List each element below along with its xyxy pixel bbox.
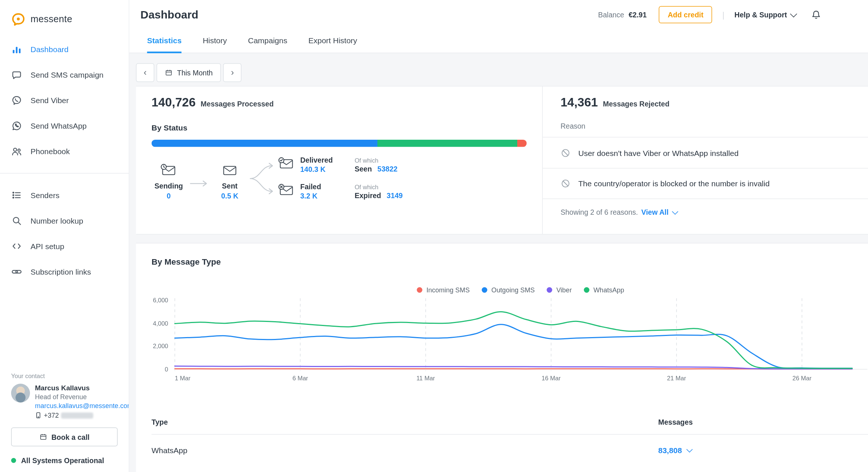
main-area: Dashboard Balance €2.91 Add credit | Hel… — [129, 0, 868, 472]
tab-campaigns[interactable]: Campaigns — [248, 29, 287, 53]
sidebar-item-number-lookup[interactable]: Number lookup — [0, 208, 129, 234]
rejected-label: Messages Rejected — [603, 100, 669, 108]
sidebar-item-send-sms-campaign[interactable]: Send SMS campaign — [0, 62, 129, 88]
reason-row: User doesn't have Viber or WhatsApp inst… — [543, 137, 868, 168]
sidebar-item-phonebook[interactable]: Phonebook — [0, 139, 129, 164]
brand-logo[interactable]: messente — [0, 0, 129, 37]
whatsapp-icon — [11, 120, 22, 132]
topbar: Dashboard Balance €2.91 Add credit | Hel… — [129, 0, 868, 29]
view-all-reasons-link[interactable]: View All — [641, 208, 676, 217]
chevron-down-icon — [790, 10, 797, 17]
sidebar-nav-primary: Dashboard Send SMS campaign Send Viber — [0, 37, 129, 164]
status-bar-segment-delivered-other — [377, 140, 517, 147]
calendar-icon — [165, 69, 173, 77]
reason-row: The country/operator is blocked or the n… — [543, 168, 868, 199]
flow-outcomes: Delivered 140.3 K Of which Seen 53822 — [278, 152, 403, 205]
x-tick-label: 6 Mar — [292, 375, 308, 381]
table-row: WhatsApp 83,808 — [152, 435, 868, 466]
by-message-type-panel: By Message Type Incoming SMSOutgoing SMS… — [136, 243, 868, 472]
x-tick-label: 1 Mar — [175, 375, 191, 381]
add-credit-button[interactable]: Add credit — [659, 6, 712, 23]
legend-item-whatsapp[interactable]: WhatsApp — [584, 286, 624, 294]
sidebar-contact-section: Your contact Marcus Kallavus Head of Rev… — [0, 373, 129, 472]
expired-detail: Of which Expired 3149 — [355, 183, 403, 200]
notifications-button[interactable] — [811, 9, 822, 20]
blocked-icon — [561, 148, 571, 158]
system-status[interactable]: All Systems Operational — [0, 456, 129, 465]
status-bar-segment-delivered-sms — [152, 140, 377, 147]
sidebar-item-senders[interactable]: Senders — [0, 183, 129, 208]
chart-title: By Message Type — [152, 257, 868, 266]
x-tick-label: 26 Mar — [793, 375, 812, 381]
legend-item-incoming-sms[interactable]: Incoming SMS — [417, 286, 470, 294]
search-icon — [11, 215, 22, 226]
y-tick-label: 6,000 — [153, 297, 168, 303]
legend-dot-icon — [547, 287, 552, 293]
seen-detail: Of which Seen 53822 — [355, 157, 398, 173]
list-icon — [11, 190, 22, 201]
arrow-right-icon — [189, 180, 209, 187]
code-icon — [11, 241, 22, 252]
period-label: This Month — [177, 68, 213, 77]
reason-text: The country/operator is blocked or the n… — [578, 179, 770, 188]
tab-export-history[interactable]: Export History — [308, 29, 357, 53]
messages-cell-expandable[interactable]: 83,808 — [658, 435, 868, 466]
tab-history[interactable]: History — [203, 29, 227, 53]
system-status-label: All Systems Operational — [21, 456, 104, 465]
tab-bar: Statistics History Campaigns Export Hist… — [129, 29, 868, 53]
legend-item-viber[interactable]: Viber — [547, 286, 572, 294]
status-bar-segment-failed — [517, 140, 526, 147]
sidebar-item-label: API setup — [31, 242, 64, 251]
bar-chart-icon — [11, 44, 22, 55]
legend-item-outgoing-sms[interactable]: Outgoing SMS — [482, 286, 535, 294]
sidebar-item-label: Send WhatsApp — [31, 122, 87, 130]
status-distribution-bar — [152, 140, 527, 147]
sidebar-item-api-setup[interactable]: API setup — [0, 234, 129, 259]
tab-statistics[interactable]: Statistics — [147, 29, 182, 53]
help-support-menu[interactable]: Help & Support — [734, 10, 795, 19]
sent-label: Sent — [222, 182, 238, 190]
message-type-chart: 02,0004,0006,000 1 Mar6 Mar11 Mar16 Mar2… — [152, 297, 868, 387]
view-all-label: View All — [641, 208, 669, 217]
phone-icon — [35, 412, 42, 419]
processed-label: Messages Processed — [201, 100, 273, 108]
sidebar-item-send-viber[interactable]: Send Viber — [0, 88, 129, 113]
contact-avatar — [11, 384, 30, 403]
legend-label: WhatsApp — [593, 286, 624, 294]
seen-value: 53822 — [377, 164, 397, 173]
prev-period-button[interactable]: ‹ — [136, 63, 155, 82]
y-tick-label: 0 — [165, 366, 168, 373]
legend-label: Incoming SMS — [427, 286, 470, 294]
contact-email-link[interactable]: marcus.kallavus@messente.com — [35, 401, 129, 410]
sending-envelope-icon — [161, 164, 177, 179]
balance-value: €2.91 — [629, 10, 647, 19]
failed-value: 3.2 K — [300, 192, 342, 200]
app-window: messente Dashboard Send SMS campaign — [0, 0, 868, 472]
outcome-failed: Failed 3.2 K Of which Expired 3149 — [278, 178, 403, 205]
delivered-envelope-icon — [278, 157, 295, 173]
contact-role: Head of Revenue — [35, 393, 129, 401]
calendar-icon — [39, 433, 47, 441]
dashboard-content: ‹ This Month › 140,726 Messages Processe… — [129, 53, 868, 472]
sidebar-item-label: Phonebook — [31, 147, 70, 156]
next-period-button[interactable]: › — [223, 63, 242, 82]
y-tick-label: 4,000 — [153, 320, 168, 326]
rejected-count: 14,361 — [561, 95, 598, 110]
expired-prefix: Of which — [355, 183, 403, 190]
sidebar-item-dashboard[interactable]: Dashboard — [0, 37, 129, 62]
type-column-header: Type — [152, 414, 659, 434]
book-a-call-label: Book a call — [51, 433, 90, 441]
sidebar-item-send-whatsapp[interactable]: Send WhatsApp — [0, 113, 129, 139]
sidebar-item-label: Send Viber — [31, 96, 69, 105]
status-panels: 140,726 Messages Processed By Status Sen… — [136, 86, 868, 235]
book-a-call-button[interactable]: Book a call — [11, 428, 118, 446]
x-tick-label: 16 Mar — [542, 375, 561, 381]
expired-value: 3149 — [387, 191, 403, 200]
sidebar-item-subscription-links[interactable]: Subscription links — [0, 259, 129, 285]
sending-value: 0 — [167, 192, 171, 200]
y-tick-label: 2,000 — [153, 343, 168, 349]
reason-list: User doesn't have Viber or WhatsApp inst… — [543, 137, 868, 199]
flow-node-sent: Sent 0.5 K — [213, 164, 247, 200]
period-selector-button[interactable]: This Month — [157, 63, 221, 82]
seen-prefix: Of which — [355, 157, 398, 163]
